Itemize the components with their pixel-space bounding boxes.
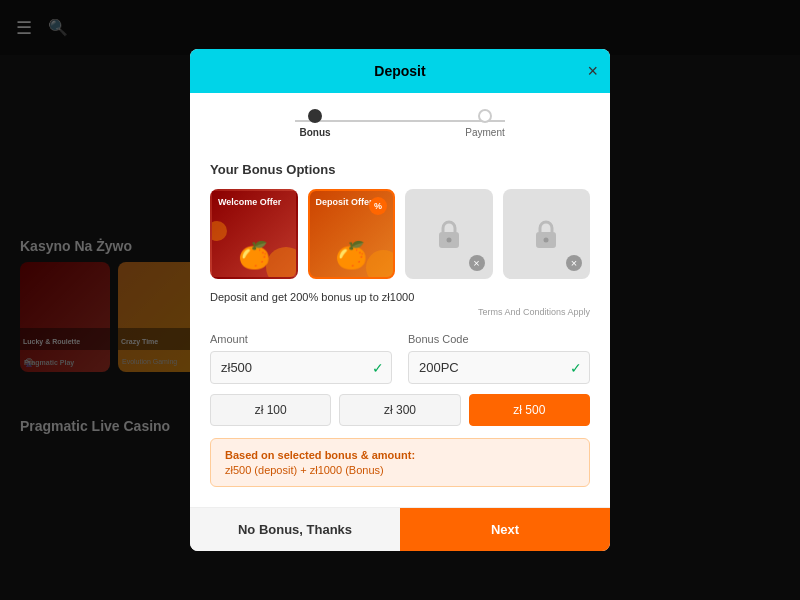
bonus-code-check-icon: ✓ [570,360,582,376]
amount-field-group: Amount ✓ [210,333,392,384]
stepper: Bonus Payment [190,93,610,146]
amount-btn-500[interactable]: zł 500 [469,394,590,426]
welcome-offer-label: Welcome Offer [218,197,290,208]
svg-point-3 [544,238,549,243]
stepper-step-payment: Payment [400,109,570,138]
bonus-card-deposit[interactable]: Deposit Offer 🍊 % [308,189,396,279]
stepper-label-payment: Payment [465,127,504,138]
bonus-card-locked-1: × [405,189,493,279]
modal-title: Deposit [374,63,425,79]
amount-input[interactable] [210,351,392,384]
bonus-code-input[interactable] [408,351,590,384]
amount-btn-300[interactable]: zł 300 [339,394,460,426]
bonus-summary-title: Based on selected bonus & amount: [225,449,575,461]
bonus-description: Deposit and get 200% bonus up to zł1000 [210,291,590,303]
bonus-code-label: Bonus Code [408,333,590,345]
next-button[interactable]: Next [400,508,610,551]
lock-icon-2: × [505,191,589,277]
bonus-terms: Terms And Conditions Apply [210,307,590,317]
lock-icon-1: × [407,191,491,277]
amount-input-wrapper: ✓ [210,351,392,384]
amount-check-icon: ✓ [372,360,384,376]
bonus-code-field-group: Bonus Code ✓ [408,333,590,384]
bonus-options-title: Your Bonus Options [210,162,590,177]
no-bonus-button[interactable]: No Bonus, Thanks [190,508,400,551]
modal-backdrop: Deposit × Bonus Payment Your Bonus Optio… [0,0,800,600]
amount-label: Amount [210,333,392,345]
bonus-summary-value: zł500 (deposit) + zł1000 (Bonus) [225,464,575,476]
stepper-step-bonus: Bonus [230,109,400,138]
bonus-summary: Based on selected bonus & amount: zł500 … [210,438,590,487]
svg-point-1 [446,238,451,243]
bonus-card-locked-2: × [503,189,591,279]
modal-body: Your Bonus Options Welcome Offer 🍊 Depos… [190,146,610,507]
modal-footer: No Bonus, Thanks Next [190,507,610,551]
amount-btn-100[interactable]: zł 100 [210,394,331,426]
amount-bonus-row: Amount ✓ Bonus Code ✓ [210,333,590,384]
close-button[interactable]: × [587,62,598,80]
modal-header: Deposit × [190,49,610,93]
bonus-options-list: Welcome Offer 🍊 Deposit Offer 🍊 % [210,189,590,279]
bonus-card-welcome[interactable]: Welcome Offer 🍊 [210,189,298,279]
amount-buttons: zł 100 zł 300 zł 500 [210,394,590,426]
stepper-dot-bonus [308,109,322,123]
bonus-code-input-wrapper: ✓ [408,351,590,384]
stepper-label-bonus: Bonus [299,127,330,138]
deposit-modal: Deposit × Bonus Payment Your Bonus Optio… [190,49,610,551]
stepper-dot-payment [478,109,492,123]
